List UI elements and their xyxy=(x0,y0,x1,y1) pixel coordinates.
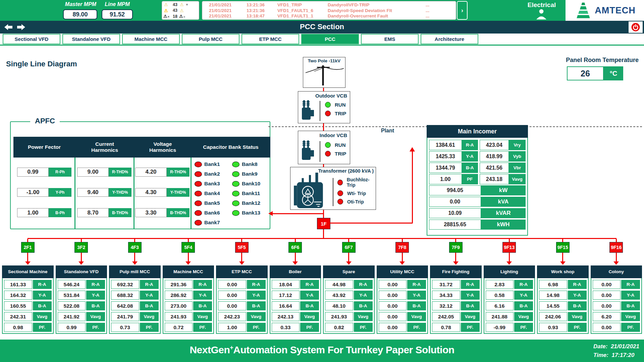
power-button[interactable] xyxy=(629,21,643,33)
panel-value-label: PF. xyxy=(33,323,52,332)
feeder-tag-9f16[interactable]: 9F16 xyxy=(609,242,623,253)
two-pole-box: Two Pole -11kV xyxy=(303,57,345,88)
main-incomer-panel: Main Incomer 1384.61R-A423.04Vry1425.33Y… xyxy=(427,125,528,236)
panel-value: 0.00 xyxy=(593,301,621,310)
footer-title-pre: NextGen xyxy=(190,344,230,355)
panel-room-temp-label: Panel Room Temperature xyxy=(566,57,639,64)
tab-standalone-vfd[interactable]: Standalone VFD xyxy=(62,34,120,44)
bank-led xyxy=(232,191,239,196)
tab-ems[interactable]: EMS xyxy=(361,34,419,44)
bank-led xyxy=(195,220,202,226)
feeder-tag-7f9[interactable]: 7F9 xyxy=(449,242,463,253)
panel-body: 0.00R-A0.00Y-A0.00B-A0.00Vavg0.00PF. xyxy=(377,278,428,334)
feeder-tag-9f13[interactable]: 9F13 xyxy=(502,242,516,253)
tab-pcc[interactable]: PCC xyxy=(301,34,359,44)
panel-value-label: R-A xyxy=(140,280,159,289)
panel-value-row: -0.99PF. xyxy=(486,323,533,332)
incomer-energy-row: 28815.65kWH xyxy=(429,220,526,230)
incomer-row: 1344.79B-A421.56Vbr xyxy=(429,163,526,173)
alarm-more: ... xyxy=(426,2,436,7)
panel-value-row: 43.92Y-A xyxy=(325,291,373,300)
feeder-panel-utility-mcc: Utility MCC0.00R-A0.00Y-A0.00B-A0.00Vavg… xyxy=(377,265,428,334)
panel-value-row: 0.00Y-A xyxy=(379,291,426,300)
incomer-value: 421.56 xyxy=(480,163,509,173)
apfc-value: 8.70 xyxy=(77,208,109,217)
indoor-vcb-title: Indoor VCB xyxy=(298,131,350,138)
bank-led xyxy=(195,191,202,196)
feeder-drop-line xyxy=(616,253,617,261)
voltage-harmonics-column: 4.20R-THD%4.30Y-THD%3.30B-THD% xyxy=(134,158,191,229)
feeder-tag-3f2[interactable]: 3F2 xyxy=(74,242,88,253)
panel-value-label: Y-A xyxy=(300,291,319,300)
panel-value-label: Vavg xyxy=(621,312,640,321)
panel-value-row: 160.55B-A xyxy=(4,301,52,310)
incomer-energy-row: 0.00kVA xyxy=(429,197,526,207)
trip-label: TRIP xyxy=(335,151,346,157)
panel-value-label: PF. xyxy=(461,323,480,332)
feeder-stub-line xyxy=(348,239,349,242)
panel-value: 0.00 xyxy=(379,280,407,289)
feeder-tag-2f1[interactable]: 2F1 xyxy=(21,242,35,253)
feeder-tag-5f4[interactable]: 5F4 xyxy=(181,242,195,253)
warning-sound-icon: ⚠ xyxy=(179,2,184,7)
panel-value-row: 0.93PF. xyxy=(539,323,587,332)
panel-value: 48.10 xyxy=(325,301,353,310)
temp-unit: °C xyxy=(604,66,623,80)
incomer-value-label: Vbr xyxy=(509,163,526,173)
bank-status-row: Bank1 xyxy=(195,161,220,168)
incomer-unit-label: kVA xyxy=(481,197,526,207)
panel-value: 286.92 xyxy=(165,291,193,300)
alarm-date: 21/01/2021 xyxy=(209,8,247,13)
divider xyxy=(333,178,333,206)
panel-title: Work shop xyxy=(537,265,589,278)
apfc-value-label: Y-THD% xyxy=(109,188,131,197)
tab-etp-mcc[interactable]: ETP MCC xyxy=(241,34,299,44)
panel-value-row: 14.98Y-A xyxy=(539,291,587,300)
apfc-value-label: Y-Ph xyxy=(49,188,71,197)
panel-value: 44.98 xyxy=(325,280,353,289)
panel-value-label: Y-A xyxy=(407,291,426,300)
panel-value-row: 0.78PF. xyxy=(432,323,480,332)
panel-value-label: Vavg xyxy=(140,312,159,321)
run-label: RUN xyxy=(335,142,346,148)
incomer-unit-label: kVAR xyxy=(481,208,526,218)
panel-value: 0.98 xyxy=(4,323,32,332)
outdoor-vcb-title: Outdoor VCB xyxy=(298,92,350,99)
panel-value-label: PF. xyxy=(300,323,319,332)
bank-status-row: Bank13 xyxy=(232,209,260,216)
feeder-tag-9f15[interactable]: 9F15 xyxy=(556,242,570,253)
alarm-row: 21/01/202113:18:47VFD1_FAULT1_1Dandyroll… xyxy=(209,13,456,19)
feeder-tag-4f3[interactable]: 4F3 xyxy=(128,242,142,253)
panel-value: 242.06 xyxy=(539,312,567,321)
tab-architecture[interactable]: Architecture xyxy=(421,34,478,44)
alarm-tag: VFD1_FAULT1_6 xyxy=(277,8,328,13)
warning-active-icon: ⚠ xyxy=(163,8,169,13)
tab-pulp-mcc[interactable]: Pulp MCC xyxy=(182,34,239,44)
feeder-tag-6f7[interactable]: 6F7 xyxy=(342,242,356,253)
panel-value-label: R-A xyxy=(300,280,319,289)
panel-value: 241.93 xyxy=(325,312,353,321)
footer-title: NextGen+Automation System For Turnkey Pa… xyxy=(0,344,644,356)
panel-value-label: B-A xyxy=(568,301,587,310)
feeder-panel-machine-mcc: Machine MCC291.36R-A286.92Y-A273.00B-A24… xyxy=(163,265,214,334)
feeder-tag-7f8[interactable]: 7F8 xyxy=(395,242,409,253)
apfc-value: 0.99 xyxy=(17,168,49,177)
alarm-next-button[interactable]: › xyxy=(457,1,468,20)
tab-machine-mcc[interactable]: Machine MCC xyxy=(122,34,180,44)
alarm-count: 43 xyxy=(169,8,177,13)
alarm-summary[interactable]: ⚠ 43 ⚠ ▼ ⚠ 43 ⚠ ⚠× 18 ⚠≡ xyxy=(162,1,199,20)
apfc-value-label: R-THD% xyxy=(109,168,131,177)
tab-sectional-vfd[interactable]: Sectional VFD xyxy=(3,34,60,44)
transformer-icon xyxy=(292,172,327,209)
feeder-tag-5f5[interactable]: 5F5 xyxy=(235,242,249,253)
panel-value-row: 273.00B-A xyxy=(165,301,212,310)
panel-body: 692.32R-A688.32Y-A642.08B-A241.79Vavg0.7… xyxy=(109,278,161,334)
panel-body: 6.98R-A14.98Y-A14.55B-A242.06Vavg0.93PF. xyxy=(537,278,589,334)
panel-value-label: Vavg xyxy=(33,312,52,321)
apfc-value-label: R-Ph xyxy=(49,168,71,177)
feeder-tag-6f6[interactable]: 6F6 xyxy=(288,242,302,253)
panel-value-label: R-A xyxy=(407,280,426,289)
feeder-stub-line xyxy=(188,239,189,242)
chevron-down-icon[interactable]: ▼ xyxy=(185,3,189,6)
panel-value: 0.00 xyxy=(593,280,621,289)
